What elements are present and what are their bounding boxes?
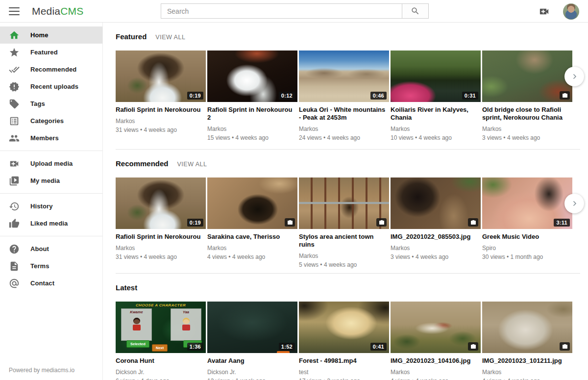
media-author[interactable]: Markos (116, 118, 206, 125)
media-thumbnail[interactable] (391, 177, 481, 229)
media-card[interactable]: 0:12 Rafioli Sprint in Nerokourou 2 Mark… (207, 51, 297, 141)
media-title[interactable]: Corona Hunt (116, 357, 206, 365)
media-title[interactable]: Leuka Ori - White mountains - Peak at 24… (299, 106, 389, 122)
sidebar-item-upload-media[interactable]: Upload media (0, 155, 102, 172)
media-title[interactable]: IMG_20201023_104106.jpg (391, 357, 481, 365)
media-card[interactable]: IMG_20201022_085503.jpg Markos 3 views •… (391, 177, 481, 260)
media-title[interactable]: Rafioli Sprint in Nerokourou 2 (207, 106, 297, 122)
media-card[interactable]: 3:11 Greek Music Video Spiro 30 views • … (482, 177, 572, 260)
media-author[interactable]: Markos (299, 253, 389, 259)
media-author[interactable]: Spiro (482, 245, 572, 252)
media-thumbnail[interactable] (391, 302, 481, 353)
media-card[interactable]: IMG_20201023_104106.jpg Markos 4 views •… (391, 302, 481, 380)
top-bar: MediaCMS (0, 0, 588, 23)
media-thumbnail[interactable]: 1:36 CHOOSE A CHARACTERKwameSelectedYaaS… (116, 302, 206, 353)
sidebar-item-featured[interactable]: Featured (0, 44, 102, 61)
media-card[interactable]: 1:36 CHOOSE A CHARACTERKwameSelectedYaaS… (116, 302, 206, 380)
user-avatar[interactable] (563, 3, 579, 20)
media-card[interactable]: Stylos area ancient town ruins Markos 5 … (299, 177, 389, 268)
media-meta: 3 views • 4 weeks ago (391, 253, 481, 260)
camera-icon (470, 344, 476, 350)
next-arrow-button[interactable] (564, 67, 584, 86)
sidebar-item-liked-media[interactable]: Liked media (0, 215, 102, 232)
media-meta: 15 views • 4 weeks ago (207, 134, 297, 141)
media-thumbnail[interactable]: 0:19 (116, 51, 206, 102)
media-author[interactable]: test (299, 369, 389, 376)
media-title[interactable]: Rafioli Sprint in Nerokourou (116, 233, 206, 241)
sidebar-item-history[interactable]: History (0, 198, 102, 215)
character-panel: Kwame (121, 308, 152, 341)
sidebar-item-my-media[interactable]: My media (0, 172, 102, 189)
view-all-link[interactable]: VIEW ALL (177, 161, 207, 168)
media-author[interactable]: Dickson Jr. (116, 369, 206, 376)
camera-icon (470, 220, 476, 226)
media-title[interactable]: Sarakina cave, Therisso (207, 233, 297, 241)
sidebar-item-recent-uploads[interactable]: Recent uploads (0, 78, 102, 95)
star-icon (9, 47, 20, 58)
media-author[interactable]: Dickson Jr. (207, 369, 297, 376)
media-thumbnail[interactable] (207, 177, 297, 229)
media-title[interactable]: IMG_20201022_085503.jpg (391, 233, 481, 241)
media-thumbnail[interactable]: 0:12 (207, 51, 297, 102)
site-logo[interactable]: MediaCMS (32, 5, 83, 17)
view-all-link[interactable]: VIEW ALL (155, 34, 185, 41)
sidebar-item-contact[interactable]: Contact (0, 275, 102, 292)
media-meta: 5 views • 4 weeks ago (299, 261, 389, 268)
media-author[interactable]: Markos (482, 126, 572, 132)
media-card[interactable]: 1:52 Avatar Aang Dickson Jr. 12 views • … (207, 302, 297, 380)
sidebar-item-tags[interactable]: Tags (0, 95, 102, 112)
duration-badge: 0:31 (462, 92, 478, 100)
sidebar-item-about[interactable]: About (0, 240, 102, 257)
media-thumbnail[interactable]: 0:41 (299, 302, 389, 353)
media-author[interactable]: Markos (391, 369, 481, 376)
sidebar-item-label: Members (30, 134, 59, 142)
media-author[interactable]: Markos (482, 369, 572, 376)
media-card[interactable]: IMG_20201023_101211.jpg Markos 4 views •… (482, 302, 572, 380)
media-meta: 12 views • 1 week ago (207, 378, 297, 380)
media-card[interactable]: 0:46 Leuka Ori - White mountains - Peak … (299, 51, 389, 141)
search-button[interactable] (402, 3, 429, 19)
media-title[interactable]: Old bridge close to Rafioli sprint, Nero… (482, 106, 572, 122)
media-author[interactable]: Markos (116, 245, 206, 252)
media-title[interactable]: IMG_20201023_101211.jpg (482, 357, 572, 365)
sidebar-group: HomeFeaturedRecommendedRecent uploadsTag… (0, 23, 102, 151)
media-thumbnail[interactable]: 0:31 (391, 51, 481, 102)
media-author[interactable]: Markos (207, 126, 297, 132)
media-thumbnail[interactable]: 0:19 (116, 177, 206, 229)
media-author[interactable]: Markos (207, 245, 297, 252)
image-type-badge (468, 342, 478, 351)
sidebar-item-recommended[interactable]: Recommended (0, 61, 102, 78)
menu-icon[interactable] (9, 7, 20, 15)
media-meta: 17 views • 3 weeks ago (299, 378, 389, 380)
sidebar-item-home[interactable]: Home (0, 26, 102, 44)
media-card[interactable]: 0:19 Rafioli Sprint in Nerokourou Markos… (116, 177, 206, 260)
media-title[interactable]: Forest - 49981.mp4 (299, 357, 389, 365)
media-card[interactable]: Sarakina cave, Therisso Markos 4 views •… (207, 177, 297, 260)
next-arrow-button[interactable] (564, 194, 584, 213)
media-thumbnail[interactable] (299, 177, 389, 229)
media-author[interactable]: Markos (391, 126, 481, 132)
media-title[interactable]: Greek Music Video (482, 233, 572, 241)
sidebar-item-label: Categories (30, 117, 64, 125)
upload-media-button[interactable] (539, 6, 550, 17)
media-card[interactable]: 0:19 Rafioli Sprint in Nerokourou Markos… (116, 51, 206, 133)
media-thumbnail[interactable]: 0:46 (299, 51, 389, 102)
media-title[interactable]: Rafioli Sprint in Nerokourou (116, 106, 206, 114)
sidebar-item-terms[interactable]: Terms (0, 257, 102, 275)
media-thumbnail[interactable] (482, 302, 572, 353)
media-title[interactable]: Avatar Aang (207, 357, 297, 365)
search-input[interactable] (161, 3, 402, 19)
media-thumbnail[interactable] (482, 51, 572, 102)
media-title[interactable]: Stylos area ancient town ruins (299, 233, 389, 249)
media-card[interactable]: 0:41 Forest - 49981.mp4 test 17 views • … (299, 302, 389, 380)
media-author[interactable]: Markos (391, 245, 481, 252)
media-author[interactable]: Markos (299, 126, 389, 132)
media-title[interactable]: Koiliaris River in Kalyves, Chania (391, 106, 481, 122)
media-card[interactable]: 0:31 Koiliaris River in Kalyves, Chania … (391, 51, 481, 141)
sidebar-item-members[interactable]: Members (0, 129, 102, 147)
media-thumbnail[interactable]: 1:52 (207, 302, 297, 353)
media-thumbnail[interactable]: 3:11 (482, 177, 572, 229)
media-card[interactable]: Old bridge close to Rafioli sprint, Nero… (482, 51, 572, 141)
sidebar-item-categories[interactable]: Categories (0, 112, 102, 129)
sidebar-group: HistoryLiked media (0, 193, 102, 236)
